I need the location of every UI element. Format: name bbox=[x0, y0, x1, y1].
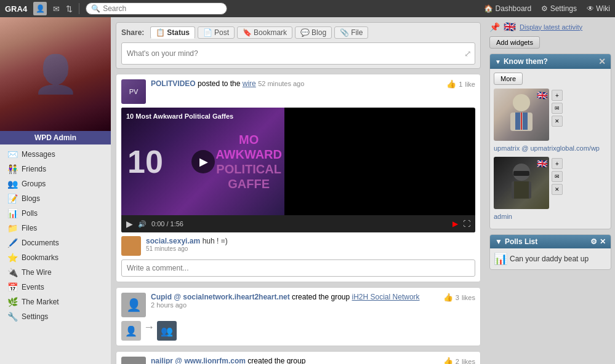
group2-creator[interactable]: nailipr @ www.lionrfm.com bbox=[151, 357, 246, 364]
person-action-msg-1[interactable]: ✉ bbox=[552, 103, 563, 114]
polls-header: ▼ Polls List ⚙ ✕ bbox=[490, 235, 611, 248]
know-them-close[interactable]: ✕ bbox=[598, 57, 606, 66]
sidebar-item-polls[interactable]: 📊 Polls bbox=[0, 206, 111, 221]
sidebar-item-groups[interactable]: 👥 Groups bbox=[0, 176, 111, 191]
svg-rect-8 bbox=[514, 181, 529, 199]
person-action-msg-2[interactable]: ✉ bbox=[552, 171, 563, 182]
person-flag-1: 🇬🇧 bbox=[537, 90, 547, 100]
video-title: 10 Most Awkward Political Gaffes bbox=[126, 113, 279, 120]
search-input[interactable] bbox=[103, 4, 222, 13]
person-card-1: 🇬🇧 + ✉ ✕ upmatrix @ upmatrixglobal.com/w… bbox=[494, 89, 607, 152]
know-them-more-button[interactable]: More bbox=[494, 73, 523, 85]
close-polls-icon[interactable]: ✕ bbox=[600, 237, 606, 246]
pin-icon: 📌 bbox=[489, 22, 500, 32]
site-title: GRA4 bbox=[5, 4, 27, 14]
tab-file[interactable]: 📎 File bbox=[334, 26, 368, 39]
sidebar-item-the-market[interactable]: 🌿 The Market bbox=[0, 295, 111, 309]
play-button[interactable]: ▶ bbox=[126, 219, 133, 229]
svg-rect-2 bbox=[515, 113, 520, 130]
gear-icon-1[interactable]: ⚙ bbox=[590, 237, 597, 246]
activity-meta: POLITVIDEO posted to the wire 52 minutes… bbox=[151, 79, 441, 88]
person-action-x-2[interactable]: ✕ bbox=[552, 184, 563, 195]
messages-icon[interactable]: ✉ bbox=[53, 4, 60, 14]
sidebar-item-files[interactable]: 📁 Files bbox=[0, 221, 111, 235]
group-creator-avatar: 👤 bbox=[121, 293, 146, 317]
settings-icon: ⚙ bbox=[541, 4, 548, 13]
sidebar-item-blogs[interactable]: 📝 Blogs bbox=[0, 191, 111, 206]
poll-icon: 📊 bbox=[494, 252, 507, 266]
status-input[interactable] bbox=[121, 42, 475, 65]
tab-blog[interactable]: 💬 Blog bbox=[295, 26, 332, 39]
politvideo-avatar[interactable]: PV bbox=[121, 79, 146, 104]
sidebar-item-the-wire[interactable]: 🔌 The Wire bbox=[0, 265, 111, 280]
sidebar-item-friends[interactable]: 👫 Friends bbox=[0, 162, 111, 176]
profile-name[interactable]: WPD Admin bbox=[0, 131, 111, 144]
tab-post[interactable]: 📄 Post bbox=[198, 26, 235, 39]
svg-point-0 bbox=[513, 94, 530, 111]
comment-input[interactable] bbox=[121, 259, 475, 277]
group2-meta: nailipr @ www.lionrfm.com created the gr… bbox=[151, 357, 438, 364]
sidebar-item-messages[interactable]: ✉️ Messages bbox=[0, 147, 111, 162]
person-action-add-2[interactable]: + bbox=[552, 158, 563, 169]
sidebar-item-settings[interactable]: 🔧 Settings bbox=[0, 309, 111, 324]
speaker-icon[interactable]: 🔊 bbox=[138, 220, 147, 228]
person-action-x-1[interactable]: ✕ bbox=[552, 116, 563, 127]
blogs-nav-icon: 📝 bbox=[7, 194, 18, 204]
friends-nav-icon: 👫 bbox=[7, 164, 18, 174]
poster-username[interactable]: POLITVIDEO bbox=[151, 79, 196, 88]
status-tab-icon: 📋 bbox=[156, 28, 165, 37]
events-nav-icon: 📅 bbox=[7, 282, 18, 292]
settings-link[interactable]: ⚙ Settings bbox=[541, 4, 577, 13]
flag-icon: 🇬🇧 bbox=[504, 21, 516, 33]
commenter-avatar bbox=[121, 236, 141, 256]
polls-gear-icons: ⚙ ✕ bbox=[590, 237, 606, 246]
resize-icon: ⤢ bbox=[464, 49, 472, 58]
poll-question: Can your daddy beat up bbox=[510, 255, 589, 263]
person-name-2[interactable]: admin bbox=[494, 213, 607, 220]
group2-avatar: 👤 bbox=[121, 357, 146, 364]
thumb-icon-2: 👍 bbox=[443, 293, 453, 302]
poll-item: 📊 Can your daddy beat up bbox=[494, 252, 607, 266]
polls-triangle-icon: ▼ bbox=[495, 237, 502, 246]
arrow-icon: → bbox=[143, 321, 155, 341]
share-bar: Share: 📋 Status 📄 Post 🔖 Bookmark 💬 Blog bbox=[116, 22, 481, 69]
know-them-title: Know them? bbox=[504, 57, 548, 66]
group-creator-name[interactable]: Cupid @ socialnetwork.iheart2heart.net bbox=[151, 293, 290, 301]
fullscreen-icon[interactable]: ⛶ bbox=[463, 220, 470, 228]
file-tab-icon: 📎 bbox=[340, 28, 349, 37]
triangle-icon: ▼ bbox=[495, 58, 501, 65]
play-overlay[interactable]: ▶ bbox=[191, 150, 215, 173]
groups-nav-icon: 👥 bbox=[7, 179, 18, 189]
top-nav-links: 🏠 Dashboard ⚙ Settings 👁 Wiki bbox=[484, 4, 610, 13]
person-card-wrapper-1: 🇬🇧 + ✉ ✕ bbox=[494, 89, 607, 141]
polls-title: Polls List bbox=[505, 237, 537, 246]
group2-header: 👤 nailipr @ www.lionrfm.com created the … bbox=[121, 357, 475, 364]
sidebar-item-bookmarks[interactable]: ⭐ Bookmarks bbox=[0, 250, 111, 265]
bookmark-tab-icon: 🔖 bbox=[243, 28, 252, 37]
commenter-name[interactable]: social.sexyi.am bbox=[146, 237, 200, 245]
sidebar-item-documents[interactable]: 🖊️ Documents bbox=[0, 235, 111, 250]
wiki-link[interactable]: 👁 Wiki bbox=[587, 4, 610, 13]
add-widgets-button[interactable]: Add widgets bbox=[489, 36, 540, 49]
group-link[interactable]: iH2H Social Network bbox=[352, 293, 420, 301]
topbar-avatar[interactable]: 👤 bbox=[33, 2, 47, 15]
tab-bookmark[interactable]: 🔖 Bookmark bbox=[237, 26, 292, 39]
know-them-widget: ▼ Know them? ✕ More bbox=[489, 53, 611, 229]
blog-tab-icon: 💬 bbox=[300, 28, 310, 37]
wire-link[interactable]: wire bbox=[243, 79, 256, 88]
transfer-icon[interactable]: ⇅ bbox=[66, 4, 73, 14]
content-area: Share: 📋 Status 📄 Post 🔖 Bookmark 💬 Blog bbox=[111, 17, 486, 364]
activity-header: PV POLITVIDEO posted to the wire 52 minu… bbox=[121, 79, 475, 104]
person-action-add-1[interactable]: + bbox=[552, 90, 563, 101]
sidebar-item-events[interactable]: 📅 Events bbox=[0, 280, 111, 295]
search-bar[interactable]: 🔍 bbox=[86, 2, 227, 15]
display-activity-link[interactable]: Display latest activity bbox=[520, 23, 582, 31]
person-name-1[interactable]: upmatrix @ upmatrixglobal.com/wp bbox=[494, 144, 607, 152]
documents-nav-icon: 🖊️ bbox=[7, 238, 18, 248]
comment-text: huh ! =) bbox=[203, 237, 228, 245]
likes-row: 👍 1 like bbox=[446, 79, 475, 89]
dashboard-link[interactable]: 🏠 Dashboard bbox=[484, 4, 531, 13]
profile-area: 👤 WPD Admin bbox=[0, 17, 111, 144]
market-nav-icon: 🌿 bbox=[7, 297, 18, 307]
tab-status[interactable]: 📋 Status bbox=[150, 26, 195, 39]
